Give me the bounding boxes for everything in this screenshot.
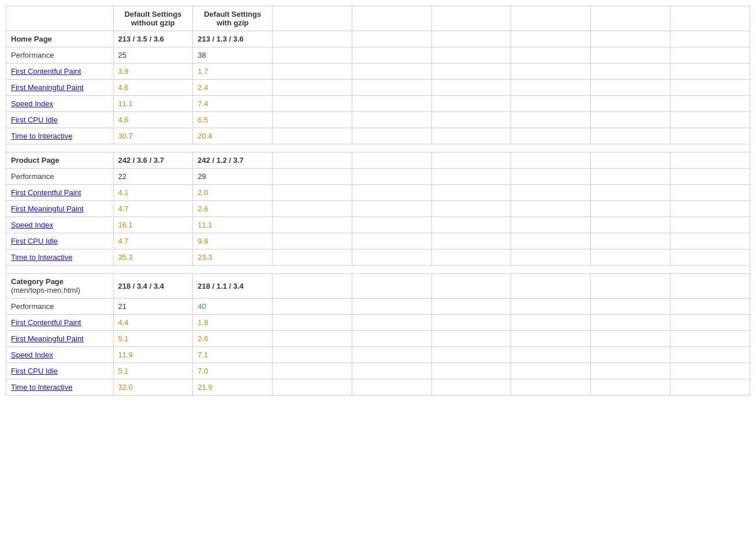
performance-label-product-page: Performance bbox=[6, 169, 114, 185]
metric-val2-product-page-0: 2.0 bbox=[193, 185, 273, 201]
metric-val2-home-page-2: 7.4 bbox=[193, 96, 273, 112]
metric-label-cell-product-page-3: First CPU Idle bbox=[6, 233, 114, 249]
metric-label-cell-home-page-0: First Contentful Paint bbox=[6, 64, 114, 80]
metric-link-category-page-1[interactable]: First Meaningful Paint bbox=[11, 334, 84, 343]
metric-row-product-page-1: First Meaningful Paint 4.7 2.6 bbox=[6, 201, 750, 217]
main-container: Default Settings without gzip Default Se… bbox=[0, 0, 756, 401]
section-header-home-page: Home Page 213 / 3.5 / 3.6 213 / 1.3 / 3.… bbox=[6, 31, 750, 47]
metric-label-cell-product-page-0: First Contentful Paint bbox=[6, 185, 114, 201]
section-title-category-page: Category Page(men/tops-men.html) bbox=[6, 274, 114, 299]
section-requests-category-page: 218 / 3.4 / 3.4 bbox=[113, 274, 193, 299]
metric-label-cell-home-page-4: Time to Interactive bbox=[6, 128, 114, 144]
metric-val1-category-page-4: 32.0 bbox=[113, 379, 193, 396]
col4-header bbox=[273, 6, 352, 31]
metric-label-cell-product-page-1: First Meaningful Paint bbox=[6, 201, 114, 217]
metric-row-product-page-2: Speed Index 16.1 11.1 bbox=[6, 217, 750, 233]
section-requests-product-page: 242 / 3.6 / 3.7 bbox=[113, 152, 193, 169]
metric-val2-category-page-2: 7.1 bbox=[193, 347, 273, 363]
col3-header: Default Settings with gzip bbox=[193, 6, 273, 31]
metric-link-home-page-4[interactable]: Time to Interactive bbox=[11, 132, 72, 140]
metric-val2-home-page-3: 6.5 bbox=[193, 112, 273, 128]
col2-header: Default Settings without gzip bbox=[113, 6, 193, 31]
metric-val1-category-page-0: 4.4 bbox=[113, 315, 193, 331]
performance-label-category-page: Performance bbox=[6, 299, 114, 315]
col5-header bbox=[352, 6, 431, 31]
metric-val1-category-page-2: 11.9 bbox=[113, 347, 193, 363]
metric-link-category-page-3[interactable]: First CPU Idle bbox=[11, 367, 58, 375]
metric-link-product-page-4[interactable]: Time to Interactive bbox=[11, 253, 72, 262]
performance-gzip-val-product-page: 29 bbox=[193, 169, 273, 185]
metric-link-category-page-2[interactable]: Speed Index bbox=[11, 351, 53, 359]
metric-val2-home-page-4: 20.4 bbox=[193, 128, 273, 144]
metric-val2-product-page-2: 11.1 bbox=[193, 217, 273, 233]
metric-val2-home-page-1: 2.4 bbox=[193, 80, 273, 96]
metric-val2-category-page-3: 7.0 bbox=[193, 363, 273, 379]
metric-label-cell-category-page-3: First CPU Idle bbox=[6, 363, 114, 379]
metric-val1-product-page-0: 4.1 bbox=[113, 185, 193, 201]
metric-val2-product-page-4: 23.3 bbox=[193, 249, 273, 266]
metric-val1-home-page-4: 30.7 bbox=[113, 128, 193, 144]
performance-val-category-page: 21 bbox=[113, 299, 193, 315]
section-requests-gzip-product-page: 242 / 1.2 / 3.7 bbox=[193, 152, 273, 169]
metric-val1-home-page-2: 11.1 bbox=[113, 96, 193, 112]
metric-val1-product-page-1: 4.7 bbox=[113, 201, 193, 217]
section-requests-gzip-home-page: 213 / 1.3 / 3.6 bbox=[193, 31, 273, 47]
metric-link-product-page-1[interactable]: First Meaningful Paint bbox=[11, 204, 84, 213]
metric-val2-product-page-3: 9.8 bbox=[193, 233, 273, 249]
metric-link-product-page-0[interactable]: First Contentful Paint bbox=[11, 188, 81, 197]
metric-label-cell-home-page-1: First Meaningful Paint bbox=[6, 80, 114, 96]
performance-val-product-page: 22 bbox=[113, 169, 193, 185]
section-header-category-page: Category Page(men/tops-men.html) 218 / 3… bbox=[6, 274, 750, 299]
performance-row-home-page: Performance 25 38 bbox=[6, 47, 750, 64]
metric-link-category-page-4[interactable]: Time to Interactive bbox=[11, 383, 72, 392]
metric-row-product-page-0: First Contentful Paint 4.1 2.0 bbox=[6, 185, 750, 201]
metric-val2-category-page-1: 2.6 bbox=[193, 331, 273, 347]
metric-row-category-page-2: Speed Index 11.9 7.1 bbox=[6, 347, 750, 363]
metric-label-cell-category-page-4: Time to Interactive bbox=[6, 379, 114, 396]
metric-row-home-page-0: First Contentful Paint 3.9 1.7 bbox=[6, 64, 750, 80]
metric-link-category-page-0[interactable]: First Contentful Paint bbox=[11, 318, 81, 327]
metric-row-home-page-2: Speed Index 11.1 7.4 bbox=[6, 96, 750, 112]
performance-table: Default Settings without gzip Default Se… bbox=[6, 6, 750, 396]
metric-val1-home-page-0: 3.9 bbox=[113, 64, 193, 80]
metric-row-category-page-0: First Contentful Paint 4.4 1.8 bbox=[6, 315, 750, 331]
metric-label-cell-home-page-2: Speed Index bbox=[6, 96, 114, 112]
col9-header bbox=[671, 6, 750, 31]
metric-label-cell-category-page-1: First Meaningful Paint bbox=[6, 331, 114, 347]
metric-label-cell-product-page-4: Time to Interactive bbox=[6, 249, 114, 266]
performance-label-home-page: Performance bbox=[6, 47, 114, 64]
metric-val1-product-page-3: 4.7 bbox=[113, 233, 193, 249]
header-row: Default Settings without gzip Default Se… bbox=[6, 6, 750, 31]
performance-gzip-val-category-page: 40 bbox=[193, 299, 273, 315]
metric-link-home-page-0[interactable]: First Contentful Paint bbox=[11, 67, 81, 76]
performance-row-product-page: Performance 22 29 bbox=[6, 169, 750, 185]
metric-val1-category-page-3: 5.1 bbox=[113, 363, 193, 379]
metric-link-product-page-2[interactable]: Speed Index bbox=[11, 221, 53, 229]
metric-row-home-page-1: First Meaningful Paint 4.6 2.4 bbox=[6, 80, 750, 96]
col6-header bbox=[431, 6, 511, 31]
col7-header bbox=[511, 6, 591, 31]
metric-row-product-page-4: Time to Interactive 35.3 23.3 bbox=[6, 249, 750, 266]
metric-row-category-page-1: First Meaningful Paint 5.1 2.6 bbox=[6, 331, 750, 347]
metric-label-cell-product-page-2: Speed Index bbox=[6, 217, 114, 233]
metric-val2-product-page-1: 2.6 bbox=[193, 201, 273, 217]
metric-val2-home-page-0: 1.7 bbox=[193, 64, 273, 80]
section-requests-home-page: 213 / 3.5 / 3.6 bbox=[113, 31, 193, 47]
section-header-product-page: Product Page 242 / 3.6 / 3.7 242 / 1.2 /… bbox=[6, 152, 750, 169]
metric-label-cell-home-page-3: First CPU Idle bbox=[6, 112, 114, 128]
section-title-product-page: Product Page bbox=[6, 152, 114, 169]
performance-val-home-page: 25 bbox=[113, 47, 193, 64]
metric-label-cell-category-page-0: First Contentful Paint bbox=[6, 315, 114, 331]
spacer-row bbox=[6, 266, 750, 274]
metric-val1-home-page-1: 4.6 bbox=[113, 80, 193, 96]
spacer-row bbox=[6, 144, 750, 152]
metric-link-home-page-1[interactable]: First Meaningful Paint bbox=[11, 83, 84, 92]
metric-val2-category-page-4: 21.9 bbox=[193, 379, 273, 396]
metric-row-home-page-4: Time to Interactive 30.7 20.4 bbox=[6, 128, 750, 144]
metric-link-home-page-2[interactable]: Speed Index bbox=[11, 99, 53, 108]
metric-val1-product-page-2: 16.1 bbox=[113, 217, 193, 233]
metric-link-home-page-3[interactable]: First CPU Idle bbox=[11, 115, 58, 124]
metric-link-product-page-3[interactable]: First CPU Idle bbox=[11, 237, 58, 245]
col8-header bbox=[591, 6, 671, 31]
metric-val1-category-page-1: 5.1 bbox=[113, 331, 193, 347]
